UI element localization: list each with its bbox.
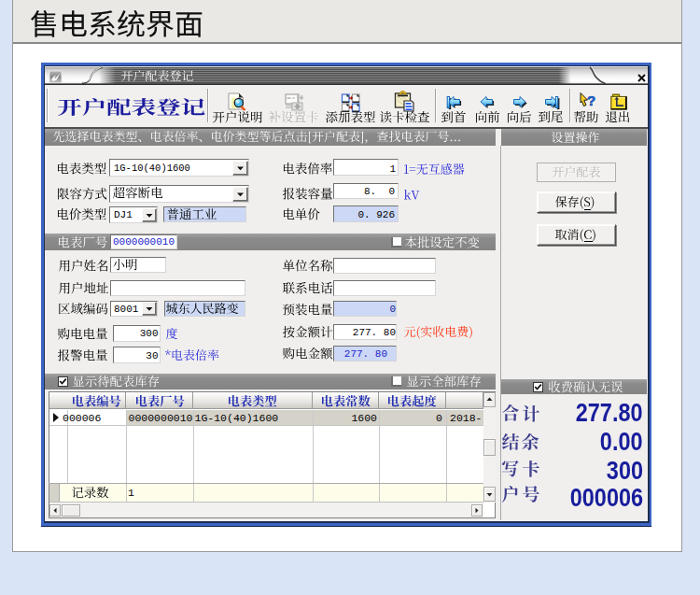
svg-text:?: ?: [587, 92, 595, 108]
